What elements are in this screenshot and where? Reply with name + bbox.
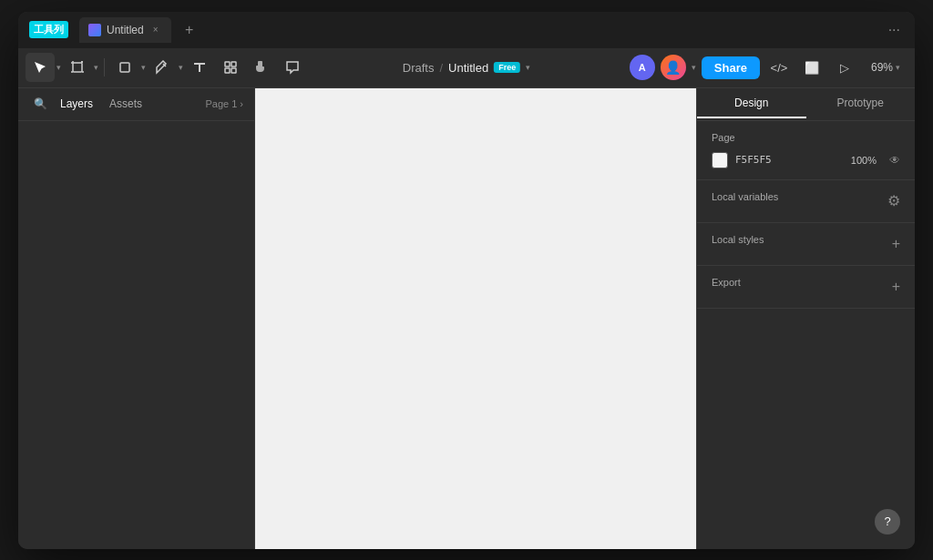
breadcrumb-separator: / <box>439 61 443 75</box>
svg-rect-7 <box>120 63 129 72</box>
design-tab[interactable]: Design <box>697 89 806 118</box>
free-badge: Free <box>494 62 520 73</box>
page-arrow: › <box>240 98 243 109</box>
help-button[interactable]: ? <box>875 509 900 535</box>
page-label[interactable]: Page 1 › <box>205 98 243 109</box>
text-tool-button[interactable] <box>185 53 214 82</box>
svg-rect-8 <box>225 62 230 66</box>
tab-close-button[interactable]: × <box>149 24 162 36</box>
breadcrumb-filename[interactable]: Untitled <box>448 61 488 75</box>
component-tool-button[interactable] <box>216 53 245 82</box>
canvas[interactable] <box>255 88 696 549</box>
page-section-title: Page <box>712 132 900 143</box>
export-row: Export + <box>712 277 900 297</box>
page-color-row: F5F5F5 100% 👁 <box>712 152 900 168</box>
local-styles-row: Local styles + <box>712 234 900 254</box>
move-tool-button[interactable] <box>26 53 55 82</box>
play-button[interactable]: ▷ <box>831 54 858 81</box>
shape-tool-button[interactable] <box>110 53 139 82</box>
title-bar-menu[interactable]: ··· <box>885 18 904 42</box>
zoom-dropdown: ▾ <box>896 63 900 72</box>
local-styles-add-icon[interactable]: + <box>892 236 900 252</box>
visibility-icon[interactable]: 👁 <box>889 154 900 167</box>
layers-content <box>18 121 254 549</box>
toolbar-left: ▾ ▾ ▾ ▾ <box>26 53 307 82</box>
layers-tab[interactable]: Layers <box>53 94 100 114</box>
main-area: 🔍 Layers Assets Page 1 › Design Prototyp… <box>18 88 915 549</box>
export-add-icon[interactable]: + <box>892 279 900 295</box>
share-button[interactable]: Share <box>702 56 760 79</box>
page-name: Page 1 <box>205 98 237 109</box>
avatar-photo: 👤 <box>661 55 686 80</box>
assets-tab[interactable]: Assets <box>102 94 149 114</box>
tab-item[interactable]: Untitled × <box>79 17 171 43</box>
export-title: Export <box>712 277 741 288</box>
move-tool-dropdown[interactable]: ▾ <box>56 63 61 72</box>
breadcrumb-drafts[interactable]: Drafts <box>403 61 435 75</box>
avatars-dropdown[interactable]: ▾ <box>692 63 696 72</box>
toolbar-breadcrumb: Drafts / Untitled Free ▾ <box>403 61 530 75</box>
app-logo: 工具列 <box>29 21 68 38</box>
shape-tool-dropdown[interactable]: ▾ <box>141 63 146 72</box>
tab-favicon <box>88 24 101 36</box>
comment-tool-button[interactable] <box>278 53 307 82</box>
title-bar: 工具列 Untitled × + ··· <box>18 12 915 48</box>
app-window: 工具列 Untitled × + ··· ▾ ▾ ▾ <box>18 12 915 549</box>
local-styles-title: Local styles <box>712 234 764 245</box>
tab-title: Untitled <box>107 24 144 36</box>
export-section: Export + <box>697 266 915 309</box>
toolbar: ▾ ▾ ▾ ▾ <box>18 48 915 88</box>
page-color-value[interactable]: F5F5F5 <box>735 154 772 166</box>
frame-tool-button[interactable] <box>63 53 92 82</box>
local-styles-section: Local styles + <box>697 223 915 266</box>
toolbar-right: A 👤 ▾ Share </> ⬜ ▷ 69% ▾ <box>630 54 907 81</box>
panel-tabs: 🔍 Layers Assets Page 1 › <box>18 88 254 121</box>
local-variables-title: Local variables <box>712 191 778 202</box>
local-variables-section: Local variables ⚙ <box>697 180 915 223</box>
code-view-button[interactable]: </> <box>765 54 793 81</box>
page-opacity-value[interactable]: 100% <box>851 155 877 166</box>
svg-rect-9 <box>231 62 236 66</box>
svg-rect-0 <box>73 63 82 72</box>
right-panel: Design Prototype Page F5F5F5 100% 👁 Loca… <box>696 88 915 549</box>
left-panel: 🔍 Layers Assets Page 1 › <box>18 88 255 549</box>
panel-search-button[interactable]: 🔍 <box>29 93 51 115</box>
page-section: Page F5F5F5 100% 👁 <box>697 121 915 180</box>
hand-tool-button[interactable] <box>247 53 276 82</box>
local-variables-row: Local variables ⚙ <box>712 191 900 211</box>
pen-tool-button[interactable] <box>148 53 177 82</box>
frame-tool-dropdown[interactable]: ▾ <box>94 63 98 72</box>
toolbar-separator-1 <box>104 58 105 76</box>
svg-rect-11 <box>231 68 236 73</box>
avatar-a: A <box>630 55 655 80</box>
prototype-tab[interactable]: Prototype <box>806 89 916 118</box>
right-panel-tabs: Design Prototype <box>697 88 915 121</box>
new-tab-button[interactable]: + <box>179 19 200 41</box>
local-variables-settings-icon[interactable]: ⚙ <box>887 192 900 209</box>
present-button[interactable]: ⬜ <box>798 54 825 81</box>
zoom-control[interactable]: 69% ▾ <box>864 57 907 77</box>
pen-tool-dropdown[interactable]: ▾ <box>179 63 183 72</box>
page-color-swatch[interactable] <box>712 152 728 168</box>
file-menu-dropdown[interactable]: ▾ <box>526 63 530 72</box>
zoom-value: 69% <box>871 61 893 74</box>
svg-rect-10 <box>225 68 230 73</box>
